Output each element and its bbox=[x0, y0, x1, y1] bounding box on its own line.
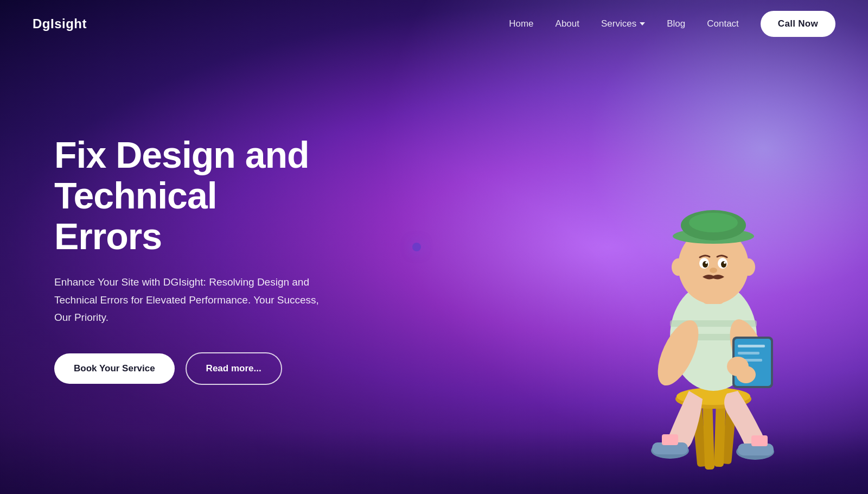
svg-point-26 bbox=[689, 213, 738, 232]
call-now-button[interactable]: Call Now bbox=[761, 11, 835, 37]
hero-title: Fix Design and Technical Errors bbox=[54, 135, 326, 256]
character-svg bbox=[608, 206, 825, 478]
nav-blog[interactable]: Blog bbox=[667, 18, 685, 29]
svg-rect-16 bbox=[751, 435, 768, 446]
svg-rect-15 bbox=[662, 434, 678, 445]
hero-content: Fix Design and Technical Errors Enhance … bbox=[0, 48, 380, 385]
nav-links: Home About Services Blog Contact Call No… bbox=[509, 11, 835, 37]
decorative-dot bbox=[412, 243, 421, 251]
svg-point-34 bbox=[672, 258, 685, 276]
svg-rect-19 bbox=[738, 345, 765, 347]
hero-section: DgIsight Home About Services Blog Contac… bbox=[0, 0, 868, 494]
svg-point-33 bbox=[710, 268, 717, 273]
nav-home[interactable]: Home bbox=[509, 18, 533, 29]
hero-subtitle: Enhance Your Site with DGIsight: Resolvi… bbox=[54, 274, 326, 326]
character-illustration bbox=[608, 206, 825, 478]
svg-rect-20 bbox=[738, 352, 760, 354]
navbar: DgIsight Home About Services Blog Contac… bbox=[0, 0, 868, 48]
nav-contact[interactable]: Contact bbox=[707, 18, 739, 29]
logo[interactable]: DgIsight bbox=[33, 16, 87, 31]
nav-about[interactable]: About bbox=[556, 18, 579, 29]
read-more-button[interactable]: Read more... bbox=[186, 352, 282, 385]
book-service-button[interactable]: Book Your Service bbox=[54, 353, 175, 384]
svg-point-35 bbox=[742, 258, 755, 276]
nav-services[interactable]: Services bbox=[601, 18, 645, 29]
svg-point-37 bbox=[736, 366, 756, 383]
chevron-down-icon bbox=[640, 22, 645, 26]
hero-buttons: Book Your Service Read more... bbox=[54, 352, 326, 385]
svg-point-32 bbox=[724, 262, 726, 264]
svg-point-31 bbox=[705, 262, 707, 264]
